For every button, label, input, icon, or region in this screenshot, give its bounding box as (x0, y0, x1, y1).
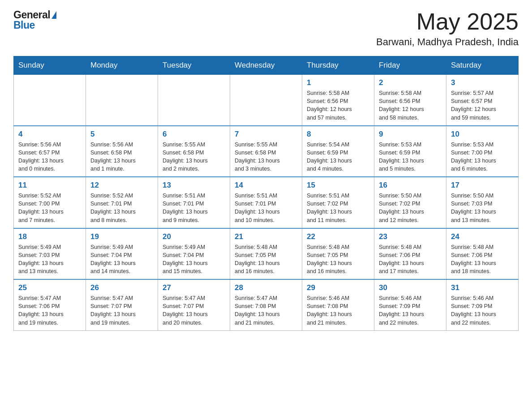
calendar-cell (230, 75, 302, 126)
day-info: Sunrise: 5:47 AM Sunset: 7:06 PM Dayligh… (18, 294, 81, 327)
calendar-header-friday: Friday (374, 56, 446, 75)
calendar-week-1: 1Sunrise: 5:58 AM Sunset: 6:56 PM Daylig… (14, 75, 519, 126)
day-info: Sunrise: 5:50 AM Sunset: 7:03 PM Dayligh… (451, 192, 514, 224)
calendar-cell: 24Sunrise: 5:48 AM Sunset: 7:06 PM Dayli… (446, 228, 519, 280)
day-info: Sunrise: 5:55 AM Sunset: 6:58 PM Dayligh… (235, 141, 297, 173)
day-info: Sunrise: 5:48 AM Sunset: 7:05 PM Dayligh… (307, 243, 369, 276)
day-info: Sunrise: 5:49 AM Sunset: 7:04 PM Dayligh… (90, 243, 153, 276)
calendar-cell: 14Sunrise: 5:51 AM Sunset: 7:01 PM Dayli… (230, 177, 302, 228)
day-info: Sunrise: 5:48 AM Sunset: 7:05 PM Dayligh… (235, 243, 297, 276)
day-number: 21 (235, 232, 297, 241)
calendar-week-3: 11Sunrise: 5:52 AM Sunset: 7:00 PM Dayli… (14, 177, 519, 228)
day-info: Sunrise: 5:47 AM Sunset: 7:07 PM Dayligh… (163, 294, 225, 327)
day-number: 5 (90, 130, 153, 139)
day-info: Sunrise: 5:48 AM Sunset: 7:06 PM Dayligh… (379, 243, 442, 276)
calendar-cell: 7Sunrise: 5:55 AM Sunset: 6:58 PM Daylig… (230, 126, 302, 177)
calendar-week-5: 25Sunrise: 5:47 AM Sunset: 7:06 PM Dayli… (14, 279, 519, 330)
calendar-cell: 2Sunrise: 5:58 AM Sunset: 6:56 PM Daylig… (374, 75, 446, 126)
calendar-header-sunday: Sunday (14, 56, 86, 75)
calendar-header-tuesday: Tuesday (158, 56, 230, 75)
day-info: Sunrise: 5:50 AM Sunset: 7:02 PM Dayligh… (379, 192, 442, 224)
day-info: Sunrise: 5:56 AM Sunset: 6:58 PM Dayligh… (90, 141, 153, 173)
day-info: Sunrise: 5:51 AM Sunset: 7:02 PM Dayligh… (307, 192, 369, 224)
day-number: 15 (307, 181, 369, 190)
day-info: Sunrise: 5:53 AM Sunset: 7:00 PM Dayligh… (451, 141, 514, 173)
calendar-cell: 30Sunrise: 5:46 AM Sunset: 7:09 PM Dayli… (374, 279, 446, 330)
day-number: 20 (163, 232, 225, 241)
day-info: Sunrise: 5:55 AM Sunset: 6:58 PM Dayligh… (163, 141, 225, 173)
day-number: 23 (379, 232, 442, 241)
calendar-cell: 21Sunrise: 5:48 AM Sunset: 7:05 PM Dayli… (230, 228, 302, 280)
calendar-cell (158, 75, 230, 126)
day-number: 17 (451, 181, 514, 190)
day-number: 1 (307, 78, 369, 87)
day-info: Sunrise: 5:47 AM Sunset: 7:07 PM Dayligh… (90, 294, 153, 327)
calendar-cell: 12Sunrise: 5:52 AM Sunset: 7:01 PM Dayli… (86, 177, 158, 228)
calendar-week-4: 18Sunrise: 5:49 AM Sunset: 7:03 PM Dayli… (14, 228, 519, 280)
day-info: Sunrise: 5:51 AM Sunset: 7:01 PM Dayligh… (235, 192, 297, 224)
calendar-header-thursday: Thursday (302, 56, 374, 75)
calendar-cell: 20Sunrise: 5:49 AM Sunset: 7:04 PM Dayli… (158, 228, 230, 280)
day-info: Sunrise: 5:57 AM Sunset: 6:57 PM Dayligh… (451, 89, 514, 122)
month-title: May 2025 (376, 9, 519, 34)
day-number: 30 (379, 283, 442, 292)
calendar-header-row: SundayMondayTuesdayWednesdayThursdayFrid… (14, 56, 519, 75)
day-info: Sunrise: 5:56 AM Sunset: 6:57 PM Dayligh… (18, 141, 81, 173)
calendar-cell: 28Sunrise: 5:47 AM Sunset: 7:08 PM Dayli… (230, 279, 302, 330)
day-info: Sunrise: 5:53 AM Sunset: 6:59 PM Dayligh… (379, 141, 442, 173)
day-number: 13 (163, 181, 225, 190)
calendar-cell: 1Sunrise: 5:58 AM Sunset: 6:56 PM Daylig… (302, 75, 374, 126)
day-info: Sunrise: 5:52 AM Sunset: 7:00 PM Dayligh… (18, 192, 81, 224)
day-number: 28 (235, 283, 297, 292)
day-info: Sunrise: 5:49 AM Sunset: 7:03 PM Dayligh… (18, 243, 81, 276)
day-number: 26 (90, 283, 153, 292)
day-number: 4 (18, 130, 81, 139)
day-info: Sunrise: 5:46 AM Sunset: 7:09 PM Dayligh… (451, 294, 514, 327)
day-number: 27 (163, 283, 225, 292)
day-number: 6 (163, 130, 225, 139)
calendar-cell: 13Sunrise: 5:51 AM Sunset: 7:01 PM Dayli… (158, 177, 230, 228)
day-number: 2 (379, 78, 442, 87)
day-number: 14 (235, 181, 297, 190)
day-info: Sunrise: 5:58 AM Sunset: 6:56 PM Dayligh… (307, 89, 369, 122)
day-number: 19 (90, 232, 153, 241)
day-number: 22 (307, 232, 369, 241)
logo: General Blue (13, 9, 56, 31)
logo-blue-text: Blue (13, 19, 35, 31)
calendar-header-saturday: Saturday (446, 56, 519, 75)
day-number: 3 (451, 78, 514, 87)
calendar-cell: 5Sunrise: 5:56 AM Sunset: 6:58 PM Daylig… (86, 126, 158, 177)
day-info: Sunrise: 5:52 AM Sunset: 7:01 PM Dayligh… (90, 192, 153, 224)
calendar-cell: 23Sunrise: 5:48 AM Sunset: 7:06 PM Dayli… (374, 228, 446, 280)
day-number: 31 (451, 283, 514, 292)
calendar-cell: 9Sunrise: 5:53 AM Sunset: 6:59 PM Daylig… (374, 126, 446, 177)
calendar-cell: 22Sunrise: 5:48 AM Sunset: 7:05 PM Dayli… (302, 228, 374, 280)
calendar-cell: 18Sunrise: 5:49 AM Sunset: 7:03 PM Dayli… (14, 228, 86, 280)
calendar-header-wednesday: Wednesday (230, 56, 302, 75)
calendar-cell: 27Sunrise: 5:47 AM Sunset: 7:07 PM Dayli… (158, 279, 230, 330)
day-number: 16 (379, 181, 442, 190)
calendar-week-2: 4Sunrise: 5:56 AM Sunset: 6:57 PM Daylig… (14, 126, 519, 177)
calendar-cell: 29Sunrise: 5:46 AM Sunset: 7:08 PM Dayli… (302, 279, 374, 330)
calendar-cell: 31Sunrise: 5:46 AM Sunset: 7:09 PM Dayli… (446, 279, 519, 330)
day-number: 8 (307, 130, 369, 139)
day-info: Sunrise: 5:51 AM Sunset: 7:01 PM Dayligh… (163, 192, 225, 224)
page-header: General Blue May 2025 Barwani, Madhya Pr… (13, 9, 519, 48)
day-number: 7 (235, 130, 297, 139)
calendar-cell: 3Sunrise: 5:57 AM Sunset: 6:57 PM Daylig… (446, 75, 519, 126)
day-info: Sunrise: 5:49 AM Sunset: 7:04 PM Dayligh… (163, 243, 225, 276)
calendar-cell: 11Sunrise: 5:52 AM Sunset: 7:00 PM Dayli… (14, 177, 86, 228)
calendar-header-monday: Monday (86, 56, 158, 75)
day-info: Sunrise: 5:46 AM Sunset: 7:09 PM Dayligh… (379, 294, 442, 327)
calendar-cell: 25Sunrise: 5:47 AM Sunset: 7:06 PM Dayli… (14, 279, 86, 330)
calendar-cell (14, 75, 86, 126)
calendar-cell (86, 75, 158, 126)
day-number: 29 (307, 283, 369, 292)
calendar-cell: 10Sunrise: 5:53 AM Sunset: 7:00 PM Dayli… (446, 126, 519, 177)
day-number: 11 (18, 181, 81, 190)
calendar-cell: 19Sunrise: 5:49 AM Sunset: 7:04 PM Dayli… (86, 228, 158, 280)
location-title: Barwani, Madhya Pradesh, India (376, 36, 519, 48)
day-number: 12 (90, 181, 153, 190)
calendar-cell: 6Sunrise: 5:55 AM Sunset: 6:58 PM Daylig… (158, 126, 230, 177)
day-info: Sunrise: 5:47 AM Sunset: 7:08 PM Dayligh… (235, 294, 297, 327)
